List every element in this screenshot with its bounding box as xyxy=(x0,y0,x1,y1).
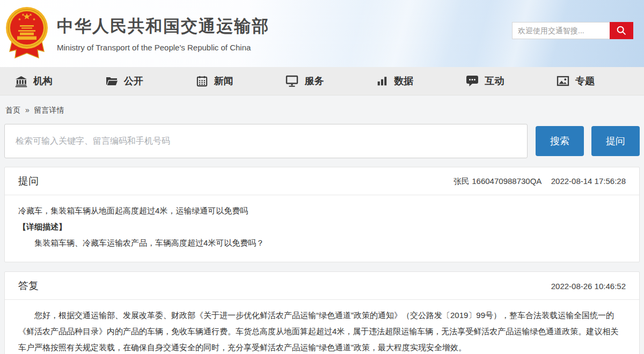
question-author: 张民 xyxy=(453,176,470,186)
nav-item-institutions[interactable]: 机构 xyxy=(15,75,53,87)
answer-body: 您好，根据交通运输部、发展改革委、财政部《关于进一步优化鲜活农产品运输“绿色通道… xyxy=(5,300,639,354)
nav-item-data[interactable]: 数据 xyxy=(376,75,413,87)
question-title: 冷藏车，集装箱车辆从地面起高度超过4米，运输绿通可以免费吗 xyxy=(18,203,626,219)
breadcrumb-home[interactable]: 首页 xyxy=(5,106,20,114)
main-nav: 机构 公开 新闻 服务 xyxy=(0,67,644,95)
search-button[interactable]: 搜索 xyxy=(536,126,584,156)
site-title: 中华人民共和国交通运输部 xyxy=(57,15,269,38)
nav-label: 互动 xyxy=(485,75,504,87)
question-detail-label: 【详细描述】 xyxy=(18,219,626,235)
folder-icon xyxy=(105,75,118,87)
calendar-icon xyxy=(196,75,208,87)
monitor-icon xyxy=(286,75,298,87)
header-search-input[interactable] xyxy=(512,22,610,39)
picture-icon xyxy=(557,75,569,87)
nav-item-topics[interactable]: 专题 xyxy=(557,75,595,87)
nav-label: 新闻 xyxy=(214,75,233,87)
bank-icon xyxy=(15,75,27,87)
answer-panel: 答复 2022-08-26 10:46:52 您好，根据交通运输部、发展改革委、… xyxy=(4,271,640,354)
site-header: 中华人民共和国交通运输部 Ministry of Transport of th… xyxy=(0,0,644,67)
speech-bubble-icon xyxy=(466,75,479,87)
site-subtitle: Ministry of Transport of the People's Re… xyxy=(57,43,269,52)
nav-label: 机构 xyxy=(33,75,53,87)
breadcrumb-current: 留言详情 xyxy=(34,106,64,114)
question-body: 冷藏车，集装箱车辆从地面起高度超过4米，运输绿通可以免费吗 【详细描述】 集装箱… xyxy=(5,195,639,262)
nav-label: 专题 xyxy=(575,75,595,87)
message-search-row: 搜索 提问 xyxy=(4,124,640,158)
question-timestamp: 2022-08-14 17:56:28 xyxy=(551,176,626,186)
answer-panel-header: 答复 2022-08-26 10:46:52 xyxy=(5,272,639,300)
nav-item-news[interactable]: 新闻 xyxy=(196,75,233,87)
answer-timestamp: 2022-08-26 10:46:52 xyxy=(551,282,626,291)
header-search-button[interactable] xyxy=(610,22,633,39)
nav-item-interaction[interactable]: 互动 xyxy=(466,75,504,87)
bar-chart-icon xyxy=(376,75,388,87)
nav-label: 公开 xyxy=(124,75,143,87)
breadcrumb-separator: » xyxy=(25,106,30,114)
nav-item-services[interactable]: 服务 xyxy=(286,75,324,87)
message-search-input[interactable] xyxy=(4,124,528,158)
magnifier-icon xyxy=(616,25,627,36)
nav-item-public[interactable]: 公开 xyxy=(105,75,143,87)
nav-label: 数据 xyxy=(394,75,413,87)
answer-section-title: 答复 xyxy=(18,279,39,293)
ask-question-button[interactable]: 提问 xyxy=(591,126,640,156)
header-search xyxy=(512,22,633,39)
question-section-title: 提问 xyxy=(18,174,39,188)
main-content: 首页 » 留言详情 搜索 提问 提问 张民 1660470988730QA 20… xyxy=(0,95,644,354)
question-panel-header: 提问 张民 1660470988730QA 2022-08-14 17:56:2… xyxy=(5,167,639,195)
question-meta: 张民 1660470988730QA 2022-08-14 17:56:28 xyxy=(453,176,626,187)
national-emblem-logo xyxy=(5,4,48,61)
nav-label: 服务 xyxy=(304,75,324,87)
question-panel: 提问 张民 1660470988730QA 2022-08-14 17:56:2… xyxy=(4,167,640,262)
question-detail: 集装箱车辆、冷藏车运输农产品，车辆高度超过4米可以免费吗？ xyxy=(18,235,626,251)
question-code: 1660470988730QA xyxy=(472,176,541,186)
answer-text: 您好，根据交通运输部、发展改革委、财政部《关于进一步优化鲜活农产品运输“绿色通道… xyxy=(18,307,626,354)
breadcrumb: 首页 » 留言详情 xyxy=(4,95,640,115)
